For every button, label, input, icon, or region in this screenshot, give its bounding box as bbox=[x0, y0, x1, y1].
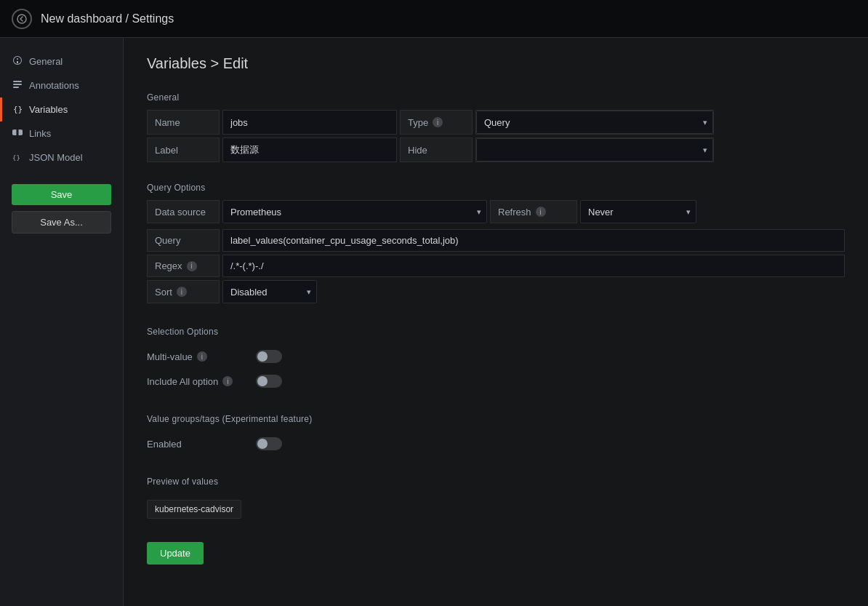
enabled-toggle[interactable] bbox=[256, 437, 282, 450]
value-groups-section: Value groups/tags (Experimental feature)… bbox=[147, 414, 845, 456]
refresh-label: Refresh i bbox=[490, 200, 577, 223]
query-label: Query bbox=[147, 229, 220, 252]
multi-value-toggle[interactable] bbox=[256, 350, 282, 363]
general-section-label: General bbox=[147, 92, 845, 103]
include-all-info-icon: i bbox=[222, 376, 233, 386]
datasource-select[interactable]: Prometheus default bbox=[222, 200, 487, 223]
sort-info-icon: i bbox=[177, 287, 187, 297]
hide-select-cell: Label Variable bbox=[475, 137, 714, 162]
sidebar-item-json-model[interactable]: {} JSON Model bbox=[0, 145, 123, 170]
sidebar-item-annotations[interactable]: Annotations bbox=[0, 73, 123, 97]
main-content: Variables > Edit General Name Type i Que… bbox=[124, 38, 868, 606]
type-info-icon: i bbox=[433, 117, 443, 127]
query-options-label: Query Options bbox=[147, 183, 845, 193]
svg-rect-3 bbox=[13, 87, 19, 88]
svg-rect-2 bbox=[13, 84, 22, 85]
sidebar-item-variables[interactable]: {} Variables bbox=[0, 97, 123, 121]
query-value-cell bbox=[222, 229, 845, 252]
refresh-select-wrapper: Never On Dashboard Load On Time Range Ch… bbox=[580, 200, 845, 223]
multi-value-label: Multi-value i bbox=[147, 351, 249, 362]
label-input[interactable] bbox=[230, 145, 389, 156]
include-all-label: Include All option i bbox=[147, 376, 249, 387]
annotations-icon bbox=[12, 79, 23, 92]
layout: General Annotations {} Variables bbox=[0, 38, 868, 606]
sidebar-buttons: Save Save As... bbox=[0, 175, 123, 242]
regex-value-cell bbox=[222, 255, 845, 277]
multi-value-info-icon: i bbox=[197, 351, 207, 362]
svg-text:{}: {} bbox=[12, 154, 20, 162]
value-groups-label: Value groups/tags (Experimental feature) bbox=[147, 414, 845, 424]
regex-label: Regex i bbox=[147, 255, 220, 277]
name-value-cell bbox=[222, 110, 397, 135]
name-label: Name bbox=[147, 110, 220, 135]
type-select[interactable]: Query Custom Text box Constant Datasourc… bbox=[476, 111, 713, 134]
datasource-label: Data source bbox=[147, 200, 220, 223]
svg-point-0 bbox=[17, 15, 26, 23]
type-select-cell: Query Custom Text box Constant Datasourc… bbox=[475, 110, 714, 135]
label-value-cell bbox=[222, 137, 397, 162]
enabled-label: Enabled bbox=[147, 439, 249, 450]
enabled-row: Enabled bbox=[147, 431, 845, 456]
sidebar-item-label: Annotations bbox=[29, 80, 79, 91]
preview-section: Preview of values kubernetes-cadvisor bbox=[147, 477, 845, 519]
page-breadcrumb: New dashboard / Settings bbox=[41, 12, 174, 25]
hide-select[interactable]: Label Variable bbox=[476, 138, 713, 162]
sidebar: General Annotations {} Variables bbox=[0, 38, 124, 606]
regex-info-icon: i bbox=[187, 261, 197, 271]
datasource-row: Data source Prometheus default Refresh i bbox=[147, 200, 845, 223]
variables-icon: {} bbox=[12, 103, 23, 116]
refresh-info-icon: i bbox=[536, 207, 546, 217]
type-label-cell: Type i bbox=[400, 110, 473, 135]
regex-row: Regex i bbox=[147, 255, 845, 277]
name-input[interactable] bbox=[230, 117, 389, 128]
preview-label: Preview of values bbox=[147, 477, 845, 487]
sidebar-item-links[interactable]: Links bbox=[0, 121, 123, 145]
preview-value-tag: kubernetes-cadvisor bbox=[147, 500, 241, 519]
save-as-button[interactable]: Save As... bbox=[12, 211, 111, 234]
sort-select[interactable]: Disabled Alphabetical (asc) Alphabetical… bbox=[222, 280, 317, 303]
query-row: Query bbox=[147, 229, 845, 252]
topbar: New dashboard / Settings bbox=[0, 0, 868, 38]
include-all-row: Include All option i bbox=[147, 369, 845, 394]
datasource-selector: Prometheus default Refresh i Never On Da… bbox=[222, 200, 845, 223]
page-title: Variables > Edit bbox=[147, 55, 845, 72]
refresh-select[interactable]: Never On Dashboard Load On Time Range Ch… bbox=[580, 200, 696, 223]
sidebar-item-label: JSON Model bbox=[29, 152, 83, 163]
sidebar-item-label: General bbox=[29, 56, 63, 67]
general-icon bbox=[12, 55, 23, 68]
selection-options-label: Selection Options bbox=[147, 327, 845, 337]
sidebar-item-label: Variables bbox=[29, 104, 68, 115]
query-input[interactable] bbox=[230, 235, 837, 246]
hide-label: Hide bbox=[400, 137, 473, 162]
links-icon bbox=[12, 127, 23, 140]
include-all-toggle[interactable] bbox=[256, 375, 282, 388]
type-label: Type bbox=[408, 117, 428, 128]
sort-select-wrapper: Disabled Alphabetical (asc) Alphabetical… bbox=[222, 280, 317, 303]
sort-row: Sort i Disabled Alphabetical (asc) Alpha… bbox=[147, 280, 845, 303]
selection-options-section: Selection Options Multi-value i Include … bbox=[147, 327, 845, 394]
json-icon: {} bbox=[12, 151, 23, 164]
back-button[interactable] bbox=[12, 9, 32, 29]
update-button[interactable]: Update bbox=[147, 542, 204, 565]
svg-rect-1 bbox=[13, 81, 22, 82]
regex-input[interactable] bbox=[230, 260, 837, 271]
svg-text:{}: {} bbox=[13, 105, 23, 113]
sidebar-item-general[interactable]: General bbox=[0, 49, 123, 73]
sort-label: Sort i bbox=[147, 280, 220, 303]
label-label: Label bbox=[147, 137, 220, 162]
save-button[interactable]: Save bbox=[12, 184, 111, 205]
multi-value-row: Multi-value i bbox=[147, 344, 845, 369]
sidebar-item-label: Links bbox=[29, 128, 51, 139]
